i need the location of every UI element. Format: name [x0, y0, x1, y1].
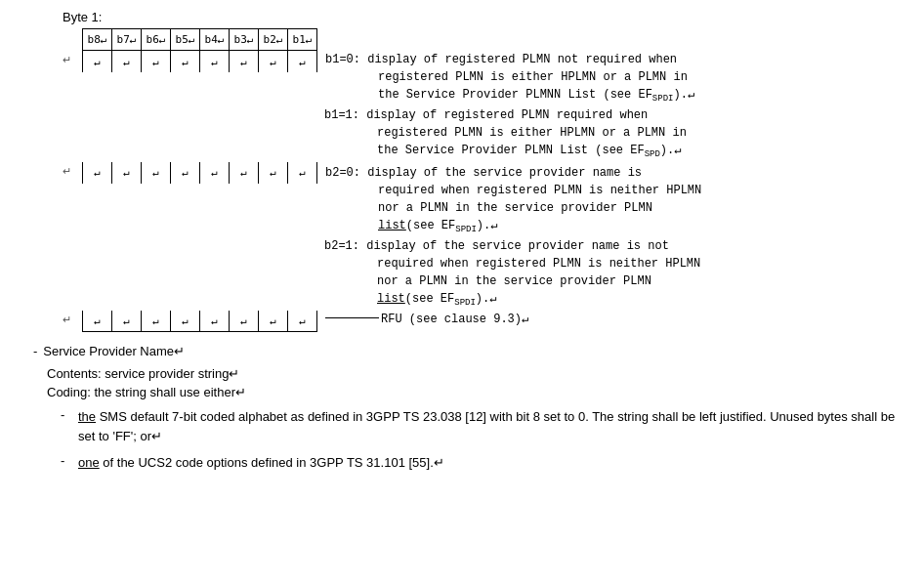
row1-table: ↵ ↵ ↵ ↵ ↵ ↵ ↵ ↵: [82, 51, 317, 72]
b1-0-label: b1=0:: [325, 53, 367, 66]
bullet-2-rest: of the UCS2 code options defined in 3GPP…: [100, 455, 434, 470]
bit-b4: b4↵: [200, 29, 230, 51]
bit-b8: b8↵: [83, 29, 112, 51]
bullet-text-1: the SMS default 7-bit coded alphabet as …: [78, 407, 904, 445]
byte-label: Byte 1:: [20, 10, 904, 24]
bit-header-table: b8↵ b7↵ b6↵ b5↵ b4↵ b3↵ b2↵ b1↵: [82, 28, 317, 51]
b1-1-description: b1=1: display of registered PLMN require…: [316, 106, 687, 162]
bullet-1-rest: SMS default 7-bit coded alphabet as defi…: [78, 409, 895, 443]
bullet-item-2: - one of the UCS2 code options defined i…: [61, 453, 904, 473]
b2-0-list-underline: list: [378, 219, 406, 232]
sp-bullet-marker: - Service Provider Name↵: [33, 344, 904, 358]
bit-b5: b5↵: [171, 29, 200, 51]
b2-1-description: b2=1: display of the service provider na…: [316, 237, 700, 311]
bullet-text-2: one of the UCS2 code options defined in …: [78, 453, 444, 473]
b2-1-text1: display of the service provider name is …: [366, 239, 669, 253]
row3-table: ↵ ↵ ↵ ↵ ↵ ↵ ↵ ↵: [82, 162, 317, 184]
sp-title: Service Provider Name: [43, 344, 174, 358]
bullet-2-underline: one: [78, 455, 100, 470]
bit-b2: b2↵: [259, 29, 288, 51]
bit-b3: b3↵: [230, 29, 259, 51]
bullet-dash-2: -: [61, 453, 78, 468]
rfu-description: RFU (see clause 9.3)↵: [317, 311, 528, 328]
sp-coding-label: Coding:: [47, 385, 91, 399]
sp-coding-text: the string shall use either: [94, 385, 235, 399]
b1-1-label: b1=1:: [324, 108, 366, 122]
bullet-dash-1: -: [61, 407, 78, 422]
b2-0-text1: display of the service provider name is: [367, 166, 642, 180]
bullet-item-1: - the SMS default 7-bit coded alphabet a…: [61, 407, 904, 445]
bit-b7: b7↵: [112, 29, 142, 51]
b2-1-label: b2=1:: [324, 239, 366, 253]
sp-section: - Service Provider Name↵ Contents: servi…: [20, 344, 904, 473]
row5-table: ↵ ↵ ↵ ↵ ↵ ↵ ↵ ↵: [82, 311, 317, 333]
sp-contents-row: Contents: service provider string↵: [47, 366, 904, 381]
b1-1-text: display of registered PLMN required when: [366, 108, 648, 122]
bit-b6: b6↵: [142, 29, 171, 51]
page-container: Byte 1: b8↵ b7↵ b6↵ b5↵ b4↵ b3↵ b2↵ b1↵ …: [20, 10, 904, 473]
sp-coding-row: Coding: the string shall use either↵: [47, 385, 904, 399]
b2-0-description: b2=0: display of the service provider na…: [317, 164, 701, 237]
sp-bullets: - the SMS default 7-bit coded alphabet a…: [61, 407, 904, 473]
sp-contents-label: Contents:: [47, 366, 102, 381]
sp-contents-text: service provider string: [105, 366, 229, 381]
bit-b1: b1↵: [288, 29, 317, 51]
rfu-text: RFU (see clause 9.3): [381, 311, 522, 328]
b2-1-list-underline: list: [377, 292, 405, 306]
b1-0-text: display of registered PLMN not required …: [367, 53, 677, 66]
bullet-1-underline: the: [78, 409, 96, 424]
b1-0-description: b1=0: display of registered PLMN not req…: [317, 51, 694, 106]
b2-0-label: b2=0:: [325, 166, 367, 180]
